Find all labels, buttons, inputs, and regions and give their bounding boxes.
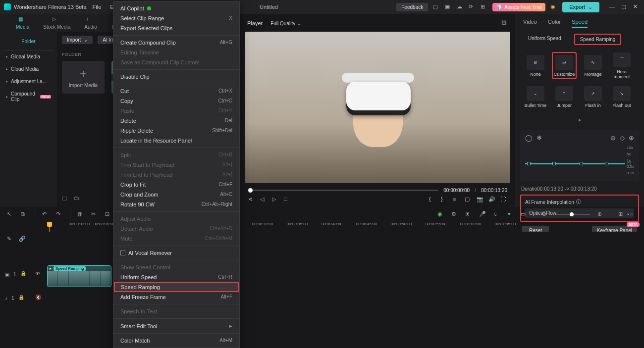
list-icon[interactable]: ≡ [453,196,460,203]
pagination-dots[interactable]: • [520,115,639,128]
preset-customize[interactable]: ⇄Customize [552,52,577,79]
preset-bullet-time[interactable]: ⌄Bullet Time [523,83,548,110]
volume-icon[interactable]: 🔊 [488,196,495,203]
video-track-header[interactable]: ▣ 1 🔒 👁 [0,262,47,286]
menu-item-disable-clip[interactable]: Disable Clip [113,72,239,82]
scrub-bar[interactable] [248,190,438,191]
tab-audio[interactable]: ♪Audio [77,14,104,32]
menu-item-crop-to-fit[interactable]: Crop to FitCtrl+F [113,180,239,190]
image-icon[interactable]: ▣ [445,3,452,10]
mic-icon[interactable]: 🎤 [479,211,486,218]
preset-jumper[interactable]: ⌃Jumper [552,83,577,110]
menu-item-create-compound-clip[interactable]: Create Compound ClipAlt+G [113,38,239,48]
redo-icon[interactable]: ↷ [56,211,63,218]
preset-hero-moment[interactable]: ⌒Hero moment [609,52,634,79]
mark-out-icon[interactable]: } [441,196,448,203]
eye-icon[interactable]: 👁 [35,271,42,278]
grid-view-icon[interactable]: ⊞ [618,211,625,218]
import-button[interactable]: Import ⌄ [62,36,93,44]
coin-icon[interactable]: ◉ [550,3,557,10]
lock-icon[interactable]: 🔒 [18,295,25,301]
cut-icon[interactable]: ✂ [91,211,98,218]
folder-icon[interactable]: 🗀 [74,195,81,202]
speed-curve[interactable]: 10x 5x 1x 0.5x 0.1x [525,146,634,175]
menu-item-rotate-90-cw[interactable]: Rotate 90 CWCtrl+Alt+Right [113,199,239,209]
zoom-slider[interactable] [556,214,590,215]
stop-icon[interactable]: □ [284,196,291,203]
folder-adjustment-layer[interactable]: ▸Adjustment La... [3,75,54,88]
delete-icon[interactable]: 🗑 [77,211,84,218]
folder-cloud-media[interactable]: ▸Cloud Media [3,63,54,75]
zoom-out-icon[interactable]: ⊖ [542,211,549,218]
tab-stock-media[interactable]: ▷Stock Media [36,14,77,32]
zoom-in-icon[interactable]: ⊕ [597,211,604,218]
preset-flash-out[interactable]: ↘Flash out [609,83,634,110]
menu-item-cut[interactable]: CutCtrl+X [113,86,239,96]
screen-icon[interactable]: ▢ [465,196,472,203]
snapshot-button[interactable]: 🖼 [501,20,508,27]
assets-free-trial-button[interactable]: 💎 Assets Free Trial [492,3,545,11]
crop-icon[interactable]: ⊡ [105,211,112,218]
menu-item-select-clip-range[interactable]: Select Clip RangeX [113,13,239,23]
quality-select[interactable]: Full Quality ⌄ [270,21,301,26]
link-icon[interactable]: 🔗 [19,236,26,243]
subtab-speed-ramping[interactable]: Speed Ramping [574,34,622,45]
timeline-ruler[interactable]: 00:00:03:00 00:00:06:00 00:00:30:00 00:0… [0,222,644,232]
cloud-icon[interactable]: ☁ [457,3,464,10]
snowflake-icon[interactable]: ❄ [537,134,542,142]
menu-item-delete[interactable]: DeleteDel [113,116,239,126]
menu-item-ai-copilot[interactable]: AI Copilot [113,3,239,13]
list-view-icon[interactable]: ≡ [630,211,637,218]
lock-icon[interactable]: 🔒 [20,271,27,278]
import-media-tile[interactable]: + Import Media [62,61,105,94]
prop-tab-video[interactable]: Video [523,19,537,28]
preset-none[interactable]: ⊘None [523,52,548,79]
close-button[interactable]: ✕ [633,3,640,10]
video-clip[interactable]: ▸Speed Ramping [47,265,111,287]
prop-tab-speed[interactable]: Speed [572,19,588,28]
prev-frame-icon[interactable]: ⊲ [248,196,255,203]
mute-icon[interactable]: 🔇 [35,295,42,301]
expand-icon[interactable]: ⛶ [500,196,507,203]
play-back-icon[interactable]: ◁ [260,196,267,203]
menu-item-smart-edit-tool[interactable]: Smart Edit Tool▸ [113,321,239,331]
export-button[interactable]: Export ⌄ [562,2,599,12]
tab-media[interactable]: ▦Media [9,14,36,32]
gear-icon[interactable]: ⚙ [451,211,458,218]
minimize-button[interactable]: — [609,3,616,10]
loop-icon[interactable]: ◯ [525,134,533,142]
mark-in-icon[interactable]: { [429,196,436,203]
keyframe-icon[interactable]: ◇ [620,134,625,142]
video-preview[interactable] [245,32,510,183]
feedback-button[interactable]: Feedback [396,3,428,11]
apps-icon[interactable]: ⊞ [481,3,487,10]
track-edit-icon[interactable]: ✎ [7,236,14,243]
menu-item-export-selected-clips[interactable]: Export Selected Clips [113,23,239,33]
menu-item-copy[interactable]: CopyCtrl+C [113,96,239,106]
music-icon[interactable]: ♫ [493,211,500,218]
magnet-icon[interactable]: ⧉ [21,211,28,218]
preset-flash-in[interactable]: ↗Flash in [581,83,605,110]
shield-icon[interactable]: ⛨ [465,211,472,218]
speed-tool-icon[interactable]: ◉ [437,211,444,218]
menu-item-crop-and-zoom[interactable]: Crop and ZoomAlt+C [113,190,239,199]
undo-icon[interactable]: ↶ [42,211,49,218]
scrub-handle[interactable] [248,188,253,193]
menu-item-color-match[interactable]: Color MatchAlt+M [113,336,239,346]
play-icon[interactable]: ▷ [272,196,279,203]
menu-item-locate-in-the-resource-panel[interactable]: Locate in the Resource Panel [113,136,239,146]
prop-tab-color[interactable]: Color [548,19,561,28]
add-keyframe-icon[interactable]: ⊕ [629,134,634,142]
effects-icon[interactable]: ✦ [507,211,514,218]
menu-item-ai-vocal-remover[interactable]: AI Vocal Remover [113,248,239,258]
pointer-tool-icon[interactable]: ↖ [7,211,14,218]
zoom-handle[interactable] [570,212,574,216]
menu-item-uniform-speed[interactable]: Uniform SpeedCtrl+R [113,272,239,282]
folder-compound-clip[interactable]: ▸Compound Clip NEW [3,88,54,105]
screen-icon[interactable]: ▢ [433,3,440,10]
folder-global-media[interactable]: ▸Global Media [3,50,54,63]
info-icon[interactable]: ⓘ [576,199,581,205]
aspect-icon[interactable]: ▭ [521,211,528,218]
maximize-button[interactable]: ▢ [621,3,628,10]
menu-item-ripple-delete[interactable]: Ripple DeleteShift+Del [113,126,239,136]
